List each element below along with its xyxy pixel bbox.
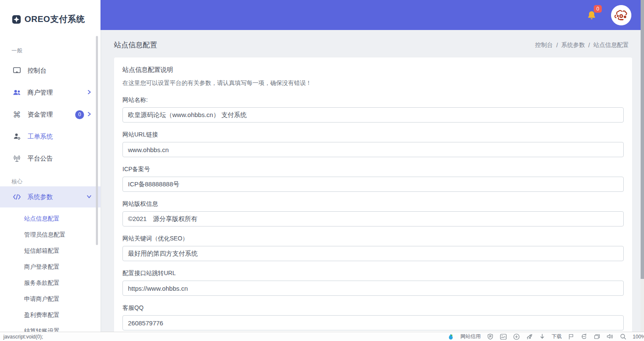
search-zoom-icon[interactable] bbox=[620, 333, 626, 340]
browser-statusbar: javascript:void(0); 网站信用 下载 bbox=[0, 332, 644, 341]
site-name-input[interactable] bbox=[122, 107, 624, 123]
sidebar-item-label: 资金管理 bbox=[27, 111, 53, 119]
field-label: 网站URL链接 bbox=[122, 131, 624, 139]
form-field-site-url: 网站URL链接 bbox=[122, 131, 624, 157]
form-field-icp: ICP备案号 bbox=[122, 166, 624, 192]
field-label: 客服QQ bbox=[122, 304, 624, 313]
sidebar-section-general: 一般 bbox=[11, 47, 101, 55]
submenu-item-merchant-login[interactable]: 商户登录配置 bbox=[0, 259, 101, 275]
sidebar-item-label: 平台公告 bbox=[27, 155, 53, 163]
sidebar-item-label: 系统参数 bbox=[27, 193, 53, 201]
command-icon: ⌘ bbox=[12, 110, 22, 120]
funds-count-badge: 0 bbox=[75, 110, 84, 119]
breadcrumb-current: 站点信息配置 bbox=[593, 41, 629, 49]
submenu-item-admin-info[interactable]: 管理员信息配置 bbox=[0, 227, 101, 243]
status-link-text: javascript:void(0); bbox=[3, 334, 43, 340]
site-url-input[interactable] bbox=[122, 142, 624, 157]
users-icon bbox=[12, 88, 22, 97]
flag-icon[interactable] bbox=[568, 333, 574, 340]
sidebar-item-label: 控制台 bbox=[27, 67, 46, 75]
brand-shield-icon bbox=[12, 15, 21, 24]
sidebar-item-tickets[interactable]: 工单系统 bbox=[0, 125, 101, 147]
image-icon[interactable] bbox=[500, 334, 507, 340]
sidebar-item-label: 商户管理 bbox=[27, 89, 53, 97]
speaker-icon[interactable] bbox=[606, 333, 614, 340]
form-field-redirect-url: 配置接口站跳转URL bbox=[122, 270, 624, 296]
broadcast-icon bbox=[12, 154, 22, 163]
water-drop-icon[interactable] bbox=[448, 333, 454, 340]
breadcrumb-system-params[interactable]: 系统参数 bbox=[561, 41, 585, 49]
submenu-item-settlement[interactable]: 结算转账设置 bbox=[0, 323, 101, 332]
sidebar-item-dashboard[interactable]: 控制台 bbox=[0, 60, 101, 82]
card-heading: 站点信息配置说明 bbox=[122, 66, 624, 74]
page-scrollbar-track[interactable] bbox=[641, 0, 644, 332]
code-icon bbox=[12, 193, 22, 201]
submenu-item-sms-email[interactable]: 短信邮箱配置 bbox=[0, 243, 101, 259]
page-scrollbar-thumb[interactable] bbox=[641, 0, 644, 279]
seo-keywords-input[interactable] bbox=[122, 246, 624, 261]
breadcrumb-separator: / bbox=[588, 42, 590, 49]
field-label: 配置接口站跳转URL bbox=[122, 270, 624, 278]
form-field-keywords: 网站关键词（优化SEO） bbox=[122, 235, 624, 261]
user-gear-icon bbox=[12, 132, 22, 141]
submenu-item-merchant-apply[interactable]: 申请商户配置 bbox=[0, 291, 101, 307]
download-arrow-icon[interactable] bbox=[539, 333, 545, 340]
site-config-card: 站点信息配置说明 在这里您可以设置平台的有关参数，请认真填写每一项，确保没有错误… bbox=[114, 57, 632, 332]
notification-count-badge: 0 bbox=[594, 5, 602, 13]
window-restore-icon[interactable] bbox=[594, 334, 600, 340]
notifications-button[interactable]: 0 bbox=[586, 9, 598, 22]
card-description: 在这里您可以设置平台的有关参数，请认真填写每一项，确保没有错误！ bbox=[122, 79, 624, 88]
zoom-level[interactable]: 100% bbox=[633, 334, 644, 340]
app-title: OREO支付系统 bbox=[24, 14, 85, 25]
service-qq-input[interactable] bbox=[122, 315, 624, 330]
field-label: ICP备案号 bbox=[122, 166, 624, 174]
sidebar-section-core: 核心 bbox=[11, 178, 101, 186]
shield-icon[interactable] bbox=[487, 333, 494, 340]
chevron-right-icon bbox=[86, 89, 92, 96]
chevron-down-icon bbox=[86, 194, 92, 201]
top-navbar: 0 bbox=[101, 0, 641, 30]
submenu-item-profit-rate[interactable]: 盈利费率配置 bbox=[0, 307, 101, 323]
redirect-url-input[interactable] bbox=[122, 281, 624, 296]
download-label[interactable]: 下载 bbox=[552, 333, 562, 340]
sidebar-item-system-params[interactable]: 系统参数 bbox=[0, 186, 101, 207]
breadcrumb-separator: / bbox=[556, 42, 558, 49]
rocket-icon[interactable] bbox=[526, 333, 533, 340]
site-credit-label[interactable]: 网站信用 bbox=[460, 333, 481, 340]
form-field-site-name: 网站名称: bbox=[122, 96, 624, 123]
sidebar-item-funds[interactable]: ⌘ 资金管理 0 bbox=[0, 104, 101, 125]
submenu-item-terms[interactable]: 服务条款配置 bbox=[0, 275, 101, 291]
user-avatar[interactable] bbox=[611, 5, 631, 25]
field-label: 网站版权信息 bbox=[122, 200, 624, 209]
speed-dial-icon[interactable] bbox=[513, 333, 520, 340]
form-field-copyright: 网站版权信息 bbox=[122, 200, 624, 226]
form-field-service-qq: 客服QQ bbox=[122, 304, 624, 330]
sidebar-item-announcements[interactable]: 平台公告 bbox=[0, 147, 101, 169]
sidebar-item-merchants[interactable]: 商户管理 bbox=[0, 82, 101, 104]
field-label: 网站关键词（优化SEO） bbox=[122, 235, 624, 243]
app-logo[interactable]: OREO支付系统 bbox=[12, 14, 101, 25]
breadcrumb: 控制台 / 系统参数 / 站点信息配置 bbox=[535, 41, 629, 49]
field-label: 网站名称: bbox=[122, 96, 624, 105]
chevron-right-icon bbox=[86, 111, 92, 118]
sidebar-scrollbar[interactable] bbox=[96, 36, 98, 245]
main-content: 站点信息配置 控制台 / 系统参数 / 站点信息配置 站点信息配置说明 在这里您… bbox=[101, 30, 641, 332]
page-title: 站点信息配置 bbox=[114, 40, 157, 50]
copyright-input[interactable] bbox=[122, 211, 624, 226]
icp-number-input[interactable] bbox=[122, 177, 624, 192]
sidebar-item-label: 工单系统 bbox=[27, 133, 53, 141]
monitor-icon bbox=[12, 66, 22, 75]
ie-icon[interactable] bbox=[581, 333, 587, 340]
sidebar: OREO支付系统 一般 控制台 商户管理 ⌘ 资金管理 0 bbox=[0, 0, 101, 332]
submenu-item-site-info[interactable]: 站点信息配置 bbox=[0, 211, 101, 227]
breadcrumb-dashboard[interactable]: 控制台 bbox=[535, 41, 553, 49]
